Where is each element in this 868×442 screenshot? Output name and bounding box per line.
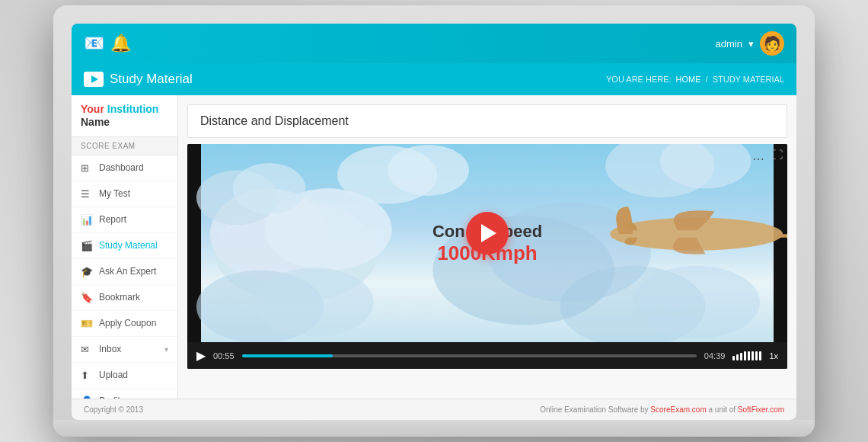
video-camera-icon (84, 72, 104, 87)
svg-point-0 (215, 202, 378, 302)
logo-text: Your Institution Name (81, 103, 168, 129)
header-notification-icons: 📧 🔔 (84, 34, 131, 53)
sidebar-item-label: Upload (99, 370, 128, 380)
logo-institution: Institution (104, 103, 159, 115)
content-area: Distance and Displacement (178, 95, 796, 399)
vol-bar-1 (732, 356, 735, 360)
sidebar-item-label: My Test (99, 188, 130, 199)
sidebar-nav: ⊞ Dashboard ☰ My Test 📊 Report 🎬 (72, 155, 177, 399)
logo-your: Your (81, 103, 104, 115)
score-exam-label: SCORE EXAM (72, 137, 177, 155)
sidebar-item-study-material[interactable]: 🎬 Study Material (72, 233, 177, 259)
avatar: 🧑 (760, 31, 784, 56)
play-button[interactable] (466, 212, 509, 255)
vol-bar-7 (755, 351, 758, 360)
svg-point-1 (210, 188, 328, 279)
sidebar-item-label: Apply Coupon (99, 318, 156, 328)
breadcrumb-current: STUDY MATERIAL (713, 75, 784, 84)
svg-point-7 (337, 146, 437, 203)
study-material-icon: 🎬 (81, 240, 93, 251)
top-header: 📧 🔔 admin ▾ 🧑 (72, 24, 796, 63)
vol-bar-2 (736, 354, 739, 360)
sidebar-item-upload[interactable]: ⬆ Upload (72, 363, 177, 389)
bookmark-icon: 🔖 (81, 292, 93, 303)
main-layout: Your Institution Name SCORE EXAM ⊞ Dashb… (72, 95, 796, 399)
sidebar-item-inbox[interactable]: ✉ Inbox ▾ (72, 337, 177, 363)
breadcrumb: YOU ARE HERE: HOME / STUDY MATERIAL (606, 75, 784, 84)
progress-fill (242, 354, 333, 357)
sidebar-item-label: Report (99, 214, 126, 225)
logo-name: Name (81, 116, 110, 128)
vol-bar-5 (748, 351, 750, 360)
svg-point-12 (633, 266, 760, 339)
sidebar-item-label: Inbox (99, 344, 121, 354)
laptop-base (53, 420, 815, 437)
report-icon: 📊 (81, 214, 93, 226)
airplane-graphic (610, 207, 787, 255)
dark-panel-right (774, 144, 787, 342)
ask-expert-icon: 🎓 (81, 266, 93, 277)
admin-caret: ▾ (748, 38, 754, 50)
volume-indicator (732, 351, 761, 360)
svg-point-8 (388, 145, 469, 196)
vol-bar-3 (740, 353, 742, 360)
bell-icon[interactable]: 🔔 (110, 34, 131, 53)
sidebar-item-apply-coupon[interactable]: 🎫 Apply Coupon (72, 311, 177, 337)
sidebar-item-label: Ask An Expert (99, 266, 156, 277)
footer-copyright: Copyright © 2013 (84, 405, 143, 414)
fullscreen-button[interactable]: ⛶ (772, 149, 783, 161)
dark-panel-left (187, 144, 201, 342)
footer-right: Online Examination Software by ScoreExam… (540, 405, 784, 414)
dashboard-icon: ⊞ (81, 162, 93, 174)
vol-bar-4 (744, 351, 746, 360)
sidebar-item-bookmark[interactable]: 🔖 Bookmark (72, 285, 177, 311)
sidebar-item-label: Study Material (99, 240, 158, 251)
page-header-bar: Study Material YOU ARE HERE: HOME / STUD… (72, 63, 796, 95)
sidebar-item-label: Dashboard (99, 162, 144, 173)
current-time: 00:55 (213, 351, 235, 360)
svg-point-10 (660, 144, 751, 188)
mytest-icon: ☰ (81, 188, 93, 200)
video-player[interactable]: Con t speed 1000Kmph ⋯ ⛶ (187, 144, 787, 369)
sidebar-item-ask-expert[interactable]: 🎓 Ask An Expert (72, 259, 177, 285)
inbox-arrow: ▾ (164, 345, 168, 354)
sidebar-item-dashboard[interactable]: ⊞ Dashboard (72, 155, 177, 181)
message-icon[interactable]: 📧 (84, 34, 104, 53)
breadcrumb-separator: / (706, 75, 708, 84)
page-title-text: Study Material (110, 72, 193, 87)
admin-menu[interactable]: admin ▾ 🧑 (716, 31, 784, 56)
sidebar-logo: Your Institution Name (72, 95, 177, 137)
play-pause-button[interactable]: ▶ (196, 348, 206, 363)
svg-point-2 (264, 188, 391, 270)
playback-speed[interactable]: 1x (769, 351, 778, 360)
coupon-icon: 🎫 (81, 318, 93, 329)
footer-link-softfixer[interactable]: SoftFixer.com (738, 405, 784, 414)
duration: 04:39 (704, 351, 726, 360)
svg-point-11 (560, 266, 706, 342)
svg-point-9 (605, 144, 714, 197)
progress-bar[interactable] (242, 354, 697, 357)
sidebar-item-report[interactable]: 📊 Report (72, 207, 177, 233)
video-controls: ▶ 00:55 04:39 (187, 342, 787, 369)
upload-icon: ⬆ (81, 370, 93, 381)
svg-point-3 (196, 170, 278, 225)
inbox-icon: ✉ (81, 344, 93, 355)
admin-label: admin (716, 38, 742, 50)
footer-link-scoreexam[interactable]: ScoreExam.com (650, 405, 706, 414)
svg-point-6 (256, 267, 374, 337)
breadcrumb-prefix: YOU ARE HERE: (606, 75, 672, 84)
video-title: Distance and Displacement (187, 104, 787, 138)
svg-point-15 (610, 218, 783, 251)
sidebar: Your Institution Name SCORE EXAM ⊞ Dashb… (72, 95, 178, 399)
sidebar-item-mytest[interactable]: ☰ My Test (72, 181, 177, 207)
sidebar-item-profile[interactable]: 👤 Profile (72, 389, 177, 399)
svg-point-4 (233, 163, 306, 214)
page-title: Study Material (84, 72, 193, 87)
svg-point-5 (196, 271, 324, 342)
share-icon[interactable]: ⋯ (752, 152, 764, 166)
footer: Copyright © 2013 Online Examination Soft… (72, 399, 796, 420)
breadcrumb-home[interactable]: HOME (676, 75, 701, 84)
vol-bar-8 (759, 351, 761, 360)
video-scene: Con t speed 1000Kmph ⋯ ⛶ (187, 144, 787, 342)
vol-bar-6 (752, 351, 754, 360)
